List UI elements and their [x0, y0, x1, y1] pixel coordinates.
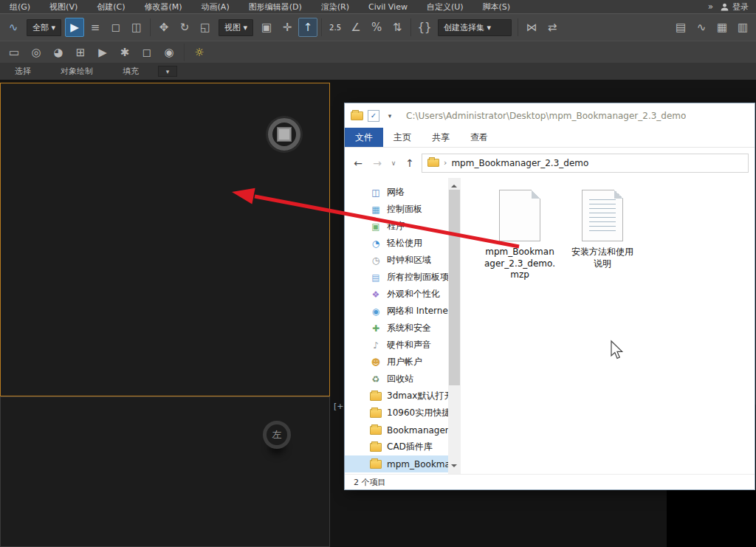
- selection-filter-dropdown[interactable]: 全部 ▾: [27, 19, 61, 36]
- select-and-move-icon[interactable]: ✥: [154, 18, 173, 37]
- folder-icon[interactable]: [351, 111, 363, 120]
- explorer-menu-tab[interactable]: 文件: [345, 128, 383, 147]
- scroll-up-icon[interactable]: [451, 182, 457, 188]
- menu-item[interactable]: 组(G): [0, 1, 40, 13]
- spinner-snap-icon[interactable]: ⇅: [388, 18, 407, 37]
- up-button[interactable]: ↑: [402, 157, 417, 169]
- snaps-toggle-icon[interactable]: 2.5: [326, 18, 345, 37]
- menu-item[interactable]: 动画(A): [192, 1, 239, 13]
- menu-item[interactable]: 修改器(M): [134, 1, 191, 13]
- toolbar-overflow-icon[interactable]: »: [708, 1, 713, 12]
- ribbon-tab[interactable]: 对象绘制: [46, 66, 108, 77]
- align-icon[interactable]: ⇄: [543, 18, 562, 37]
- sidebar-item[interactable]: ☻ 用户帐户: [345, 354, 448, 371]
- sidebar-item[interactable]: ◉ 网络和 Interne: [345, 303, 448, 320]
- menu-item[interactable]: 渲染(R): [312, 1, 359, 13]
- lightbulb-icon[interactable]: ☼: [190, 43, 209, 62]
- select-object-icon[interactable]: ▶: [65, 18, 84, 37]
- ribbon-tab[interactable]: 选择: [0, 66, 46, 77]
- sidebar-item[interactable]: ♻ 回收站: [345, 371, 448, 388]
- sidebar-item[interactable]: ◔ 轻松使用: [345, 235, 448, 252]
- sidebar-item[interactable]: ❖ 外观和个性化: [345, 286, 448, 303]
- named-selection-set-dropdown[interactable]: 创建选择集 ▾: [438, 19, 512, 36]
- select-and-scale-icon[interactable]: ◱: [196, 18, 215, 37]
- material-editor-icon[interactable]: ▥: [733, 18, 752, 37]
- use-pivot-point-icon[interactable]: ▣: [257, 18, 276, 37]
- mirror-icon[interactable]: ⋈: [522, 18, 541, 37]
- forward-button[interactable]: →: [370, 157, 385, 169]
- selection-region-icon[interactable]: ◻: [106, 18, 126, 37]
- navigation-wheel-gizmo[interactable]: [268, 118, 300, 151]
- select-and-link-icon[interactable]: ∿: [4, 18, 23, 37]
- file-item[interactable]: mpm_Bookman ager_2.3_demo. mzp: [478, 190, 561, 281]
- ribbon-tab[interactable]: 填充: [108, 66, 154, 77]
- sidebar-item[interactable]: ◫ 网络: [345, 184, 448, 201]
- customize-quick-access-icon[interactable]: ▾: [384, 110, 396, 122]
- sidebar-item[interactable]: ◷ 时钟和区域: [345, 252, 448, 269]
- recent-locations-dropdown-icon[interactable]: ∨: [389, 159, 398, 167]
- left-view-gizmo[interactable]: 左: [263, 421, 291, 449]
- cluster-icon[interactable]: ✱: [115, 43, 134, 62]
- programs-icon: ▣: [370, 221, 382, 233]
- properties-check-icon[interactable]: ✓: [368, 110, 379, 122]
- arc-rotate-icon[interactable]: ◎: [27, 43, 46, 62]
- menu-item[interactable]: 自定义(U): [417, 1, 473, 13]
- menu-list: 组(G)视图(V)创建(C)修改器(M)动画(A)图形编辑器(D)渲染(R)Ci…: [0, 0, 520, 13]
- menu-item[interactable]: 视图(V): [40, 1, 87, 13]
- menu-item[interactable]: 图形编辑器(D): [239, 1, 312, 13]
- schematic-view-icon[interactable]: ▦: [712, 18, 732, 37]
- add-grid-icon[interactable]: ⊞: [71, 43, 90, 62]
- control-panel-icon: ▦: [370, 204, 382, 216]
- viewport-layout-icon[interactable]: ▭: [4, 43, 24, 62]
- login-button[interactable]: 登录: [721, 1, 749, 13]
- keyboard-override-icon[interactable]: ↑: [298, 18, 317, 37]
- personalization-icon: ❖: [370, 289, 382, 300]
- menu-item[interactable]: 脚本(S): [473, 1, 520, 13]
- explorer-menu-tab[interactable]: 共享: [422, 128, 460, 147]
- orbit-icon[interactable]: ◕: [49, 43, 68, 62]
- sidebar-item[interactable]: ♪ 硬件和声音: [345, 337, 448, 354]
- select-and-manipulate-icon[interactable]: ✛: [278, 18, 297, 37]
- navigation-wheel-center[interactable]: [277, 127, 292, 142]
- back-button[interactable]: ←: [351, 157, 365, 169]
- ribbon-dropdown-icon[interactable]: ▾: [158, 66, 177, 77]
- explorer-body: ◫ 网络 ▦ 控制面板 ▣ 程序: [345, 178, 755, 474]
- angle-snap-icon[interactable]: ∠: [346, 18, 365, 37]
- menu-item[interactable]: Civil View: [359, 2, 417, 12]
- explorer-menu-tab[interactable]: 主页: [383, 128, 422, 147]
- viewport-bottom[interactable]: 左: [0, 396, 330, 547]
- scroll-down-icon[interactable]: [451, 464, 457, 470]
- item-count: 2 个项目: [354, 477, 386, 488]
- sidebar-item[interactable]: ✚ 系统和安全: [345, 320, 448, 337]
- address-bar[interactable]: › mpm_Bookmanager_2.3_demo: [422, 154, 749, 173]
- percent-snap-icon[interactable]: %: [367, 18, 386, 37]
- scrollbar-thumb[interactable]: [449, 190, 460, 385]
- file-item[interactable]: 安装方法和使用 说明: [561, 190, 644, 269]
- eye-icon[interactable]: ◉: [159, 43, 179, 62]
- sidebar-item[interactable]: 10960实用快捷: [345, 405, 448, 422]
- edit-named-selection-sets-icon[interactable]: {}: [415, 18, 434, 37]
- curve-editor-icon[interactable]: ∿: [692, 18, 711, 37]
- sidebar-item[interactable]: 3dmax默认打开: [345, 388, 448, 405]
- menu-item[interactable]: 创建(C): [87, 1, 134, 13]
- secondary-toolbar: ▭◎◕⊞▶✱◻◉☼: [0, 41, 756, 63]
- sidebar-item-label: 回收站: [387, 373, 413, 385]
- region-box-icon[interactable]: ◻: [137, 43, 157, 62]
- select-by-name-icon[interactable]: ≡: [86, 18, 105, 37]
- sidebar-item[interactable]: ▣ 程序: [345, 218, 448, 235]
- sidebar-item[interactable]: Bookmanager v: [345, 422, 448, 438]
- select-and-rotate-icon[interactable]: ↻: [175, 18, 194, 37]
- viewport-top[interactable]: [0, 83, 330, 396]
- navigation-pane: ◫ 网络 ▦ 控制面板 ▣ 程序: [345, 178, 461, 474]
- layer-explorer-icon[interactable]: ▤: [671, 18, 690, 37]
- explorer-menu-tab[interactable]: 查看: [460, 128, 498, 147]
- viewport-label-partial[interactable]: [+: [334, 402, 344, 411]
- sidebar-item[interactable]: CAD插件库: [345, 438, 448, 455]
- window-crossing-icon[interactable]: ◫: [127, 18, 146, 37]
- reference-coordinate-dropdown[interactable]: 视图 ▾: [219, 19, 253, 36]
- sidebar-item[interactable]: ▤ 所有控制面板项: [345, 269, 448, 286]
- sidebar-item[interactable]: ▦ 控制面板: [345, 201, 448, 218]
- sidebar-scrollbar[interactable]: [448, 178, 461, 474]
- play-icon[interactable]: ▶: [93, 43, 112, 62]
- sidebar-item[interactable]: mpm_Bookman: [345, 455, 448, 472]
